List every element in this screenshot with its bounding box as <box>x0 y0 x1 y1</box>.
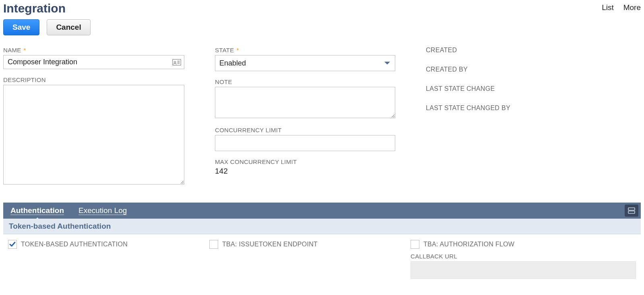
callback-url-input[interactable] <box>411 261 636 279</box>
concurrency-limit-label: CONCURRENCY LIMIT <box>215 127 395 133</box>
expand-panel-button[interactable] <box>625 205 638 217</box>
state-label-text: STATE <box>215 47 234 53</box>
tba-authflow-label: TBA: AUTHORIZATION FLOW <box>423 241 514 248</box>
concurrency-limit-input[interactable] <box>215 135 395 151</box>
max-concurrency-value: 142 <box>215 167 395 176</box>
name-label: NAME * <box>3 47 184 53</box>
state-label: STATE * <box>215 47 395 53</box>
chevron-down-icon[interactable] <box>384 60 390 67</box>
created-by-label: CREATED BY <box>426 66 641 73</box>
auth-section-title: Token-based Authentication <box>3 219 641 234</box>
description-textarea[interactable] <box>3 85 184 184</box>
last-state-change-label: LAST STATE CHANGE <box>426 85 641 92</box>
header-link-list[interactable]: List <box>602 3 614 12</box>
tba-checkbox-label: TOKEN-BASED AUTHENTICATION <box>21 241 128 248</box>
callback-url-label: CALLBACK URL <box>411 253 636 260</box>
svg-rect-5 <box>628 208 635 210</box>
tba-issuetoken-label: TBA: ISSUETOKEN ENDPOINT <box>222 241 318 248</box>
rows-icon <box>628 207 635 214</box>
note-textarea[interactable] <box>215 87 395 118</box>
required-star-icon: * <box>24 47 26 53</box>
name-label-text: NAME <box>3 47 21 53</box>
header-link-more[interactable]: More <box>623 3 641 12</box>
tab-authentication[interactable]: Authentication <box>10 205 64 217</box>
cancel-button[interactable]: Cancel <box>47 19 90 35</box>
description-label: DESCRIPTION <box>3 76 184 83</box>
note-label: NOTE <box>215 78 395 85</box>
tba-checkbox[interactable] <box>8 240 17 249</box>
required-star-icon: * <box>237 47 239 53</box>
last-state-changed-by-label: LAST STATE CHANGED BY <box>426 104 641 112</box>
tab-bar: Authentication Execution Log <box>3 203 641 219</box>
header-links: List More <box>602 3 641 12</box>
page-title: Integration <box>3 2 66 15</box>
created-label: CREATED <box>426 47 641 54</box>
tab-execution-log[interactable]: Execution Log <box>78 205 127 217</box>
svg-point-1 <box>174 61 175 63</box>
tba-authflow-checkbox[interactable] <box>411 240 419 249</box>
svg-rect-6 <box>628 211 635 213</box>
action-button-bar: Save Cancel <box>3 19 641 35</box>
max-concurrency-label: MAX CONCURRENCY LIMIT <box>215 158 395 165</box>
name-input[interactable] <box>3 55 184 69</box>
id-card-icon[interactable] <box>171 58 182 66</box>
state-select[interactable] <box>215 55 395 71</box>
tba-issuetoken-checkbox[interactable] <box>209 240 218 249</box>
save-button[interactable]: Save <box>3 19 39 35</box>
